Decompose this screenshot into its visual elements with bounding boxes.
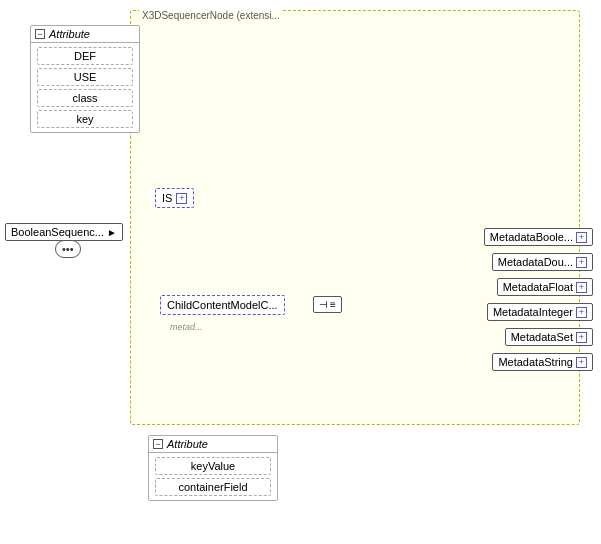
main-box-label: X3DSequencerNode (extensi...: [139, 10, 283, 21]
meta-set-plus[interactable]: +: [576, 332, 587, 343]
attr-item-key: key: [37, 110, 133, 128]
diagram-canvas: X3DSequencerNode (extensi... BooleanSequ…: [0, 0, 601, 544]
meta-bool-label: MetadataBoole...: [490, 231, 573, 243]
is-plus-icon[interactable]: +: [176, 193, 187, 204]
minus-icon-bottom[interactable]: −: [153, 439, 163, 449]
attr-label-top: Attribute: [49, 28, 90, 40]
attr-box-bottom-header: − Attribute: [149, 436, 277, 453]
metadata-integer-node[interactable]: MetadataInteger +: [487, 303, 593, 321]
metadata-set-node[interactable]: MetadataSet +: [505, 328, 593, 346]
meta-double-label: MetadataDou...: [498, 256, 573, 268]
meta-int-plus[interactable]: +: [576, 307, 587, 318]
attr-item-keyvalue: keyValue: [155, 457, 271, 475]
metadata-string-node[interactable]: MetadataString +: [492, 353, 593, 371]
attr-item-use: USE: [37, 68, 133, 86]
meta-str-plus[interactable]: +: [576, 357, 587, 368]
ellipsis-node[interactable]: •••: [55, 240, 81, 258]
child-content-model-node[interactable]: ChildContentModelC...: [160, 295, 285, 315]
child-sublabel: metad...: [170, 322, 203, 332]
attr-item-def: DEF: [37, 47, 133, 65]
bool-node-arrow: ►: [107, 227, 117, 238]
meta-bool-plus[interactable]: +: [576, 232, 587, 243]
attr-items-top: DEF USE class key: [31, 43, 139, 132]
filter-node[interactable]: ⊣ ≡: [313, 296, 342, 313]
meta-float-label: MetadataFloat: [503, 281, 573, 293]
attr-items-bottom: keyValue containerField: [149, 453, 277, 500]
boolean-sequencer-node[interactable]: BooleanSequenc... ►: [5, 223, 123, 241]
is-node-label: IS: [162, 192, 172, 204]
minus-icon-top[interactable]: −: [35, 29, 45, 39]
is-node[interactable]: IS +: [155, 188, 194, 208]
child-node-label: ChildContentModelC...: [167, 299, 278, 311]
metadata-float-node[interactable]: MetadataFloat +: [497, 278, 593, 296]
attr-box-top-header: − Attribute: [31, 26, 139, 43]
filter-label: ⊣: [319, 299, 328, 310]
filter-equal: ≡: [330, 299, 336, 310]
bool-node-label: BooleanSequenc...: [11, 226, 104, 238]
meta-double-plus[interactable]: +: [576, 257, 587, 268]
attribute-box-top: − Attribute DEF USE class key: [30, 25, 140, 133]
meta-int-label: MetadataInteger: [493, 306, 573, 318]
attr-item-containerfield: containerField: [155, 478, 271, 496]
meta-set-label: MetadataSet: [511, 331, 573, 343]
meta-float-plus[interactable]: +: [576, 282, 587, 293]
attr-label-bottom: Attribute: [167, 438, 208, 450]
attr-item-class: class: [37, 89, 133, 107]
attribute-box-bottom: − Attribute keyValue containerField: [148, 435, 278, 501]
metadata-boolean-node[interactable]: MetadataBoole... +: [484, 228, 593, 246]
meta-str-label: MetadataString: [498, 356, 573, 368]
metadata-double-node[interactable]: MetadataDou... +: [492, 253, 593, 271]
ellipsis-label: •••: [62, 243, 74, 255]
